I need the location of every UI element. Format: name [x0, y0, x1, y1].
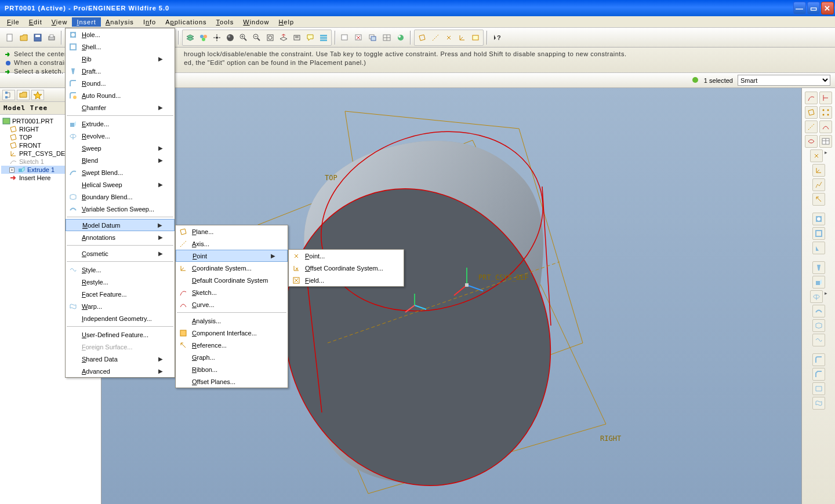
- menu-applications[interactable]: Applications: [161, 17, 211, 27]
- expand-icon[interactable]: +: [9, 167, 14, 173]
- csys-tool-icon[interactable]: [812, 164, 825, 177]
- folder-browser-tab[interactable]: [17, 90, 30, 100]
- insert-item-boundary-blend[interactable]: Boundary Blend...: [66, 191, 175, 203]
- datum-item-reference[interactable]: Reference...: [176, 339, 288, 351]
- style-tool-icon[interactable]: [812, 334, 825, 346]
- insert-item-restyle[interactable]: Restyle...: [66, 276, 175, 288]
- datum-axis-tool-icon[interactable]: [805, 120, 818, 133]
- table-tool-icon[interactable]: [819, 135, 832, 148]
- window-close-icon[interactable]: [353, 31, 365, 44]
- insert-item-blend[interactable]: Blend▶: [66, 154, 175, 166]
- menu-insert[interactable]: Insert: [72, 17, 101, 27]
- annotation-display-icon[interactable]: [469, 31, 482, 44]
- annotations-toggle-icon[interactable]: [304, 31, 317, 44]
- help-icon[interactable]: ?: [491, 31, 503, 44]
- sketch-tool-icon[interactable]: [805, 92, 818, 104]
- insert-item-cosmetic[interactable]: Cosmetic▶: [66, 247, 175, 260]
- insert-item-facet-feature[interactable]: Facet Feature...: [66, 288, 175, 300]
- chamfer-tool-icon[interactable]: [812, 368, 825, 381]
- datum-item-sketch[interactable]: Sketch...: [176, 286, 288, 298]
- csys-display-icon[interactable]: [456, 31, 469, 44]
- insert-item-warp[interactable]: Warp...: [66, 300, 175, 312]
- selection-filter-dropdown[interactable]: Smart: [738, 75, 830, 86]
- point-item-offset-coordinate-system[interactable]: Offset Coordinate System...: [289, 262, 404, 274]
- insert-item-revolve[interactable]: Revolve...: [66, 130, 175, 142]
- new-icon[interactable]: [3, 31, 16, 44]
- insert-item-draft[interactable]: Draft...: [66, 65, 175, 77]
- menu-view[interactable]: View: [47, 17, 72, 27]
- window-activate-icon[interactable]: [366, 31, 379, 44]
- close-button[interactable]: ✕: [821, 2, 834, 14]
- zoom-in-icon[interactable]: [237, 31, 250, 44]
- extrude-tool-icon[interactable]: [812, 276, 825, 288]
- layer-tree-icon[interactable]: [317, 31, 330, 44]
- hole-tool-icon[interactable]: [812, 213, 825, 225]
- view-manager-icon[interactable]: [197, 31, 210, 44]
- window-new-icon[interactable]: [339, 31, 351, 44]
- menu-analysis[interactable]: Analysis: [101, 17, 139, 27]
- round-tool-icon[interactable]: [812, 353, 825, 366]
- model-tree-tab[interactable]: [2, 90, 15, 100]
- datum-point-tool-icon[interactable]: [810, 149, 823, 162]
- reorient-icon[interactable]: [277, 31, 290, 44]
- point-item-field[interactable]: Field...: [289, 274, 404, 286]
- pattern-tool-icon[interactable]: [819, 106, 832, 119]
- datum-item-component-interface[interactable]: Component Interface...: [176, 327, 288, 339]
- menu-info[interactable]: Info: [139, 17, 161, 27]
- datum-item-curve[interactable]: Curve...: [176, 298, 288, 311]
- datum-item-graph[interactable]: Graph...: [176, 351, 288, 363]
- insert-item-variable-section-sweep[interactable]: Variable Section Sweep...: [66, 203, 175, 215]
- shell-tool-icon[interactable]: [812, 227, 825, 240]
- insert-item-model-datum[interactable]: Model Datum▶: [66, 219, 175, 231]
- insert-item-extrude[interactable]: Extrude...: [66, 118, 175, 130]
- datum-curve-tool-icon[interactable]: [805, 135, 818, 148]
- point-display-icon[interactable]: [442, 31, 455, 44]
- menu-help[interactable]: Help: [274, 17, 299, 27]
- favorites-tab[interactable]: [31, 90, 44, 100]
- insert-item-auto-round[interactable]: Auto Round...: [66, 89, 175, 101]
- insert-item-chamfer[interactable]: Chamfer▶: [66, 101, 175, 114]
- datum-item-default-coordinate-system[interactable]: Default Coordinate System: [176, 274, 288, 286]
- insert-item-advanced[interactable]: Advanced▶: [66, 365, 175, 377]
- minimize-button[interactable]: —: [793, 2, 806, 14]
- appearance-icon[interactable]: [394, 31, 407, 44]
- insert-item-sweep[interactable]: Sweep▶: [66, 142, 175, 154]
- insert-item-independent-geometry[interactable]: Independent Geometry...: [66, 312, 175, 324]
- save-icon[interactable]: [31, 31, 44, 44]
- maximize-button[interactable]: ▭: [807, 2, 820, 14]
- layers-icon[interactable]: [184, 31, 197, 44]
- analysis-tool-icon[interactable]: [812, 178, 825, 191]
- blend-tool-icon[interactable]: [812, 382, 825, 395]
- insert-item-helical-sweep[interactable]: Helical Sweep▶: [66, 178, 175, 191]
- rib-tool-icon[interactable]: [812, 242, 825, 254]
- datum-item-point[interactable]: Point▶: [176, 250, 288, 262]
- insert-item-hole[interactable]: Hole...: [66, 28, 175, 41]
- plane-display-icon[interactable]: [416, 31, 429, 44]
- shading-icon[interactable]: [224, 31, 237, 44]
- insert-item-round[interactable]: Round...: [66, 77, 175, 89]
- point-item-point[interactable]: Point...: [289, 250, 404, 262]
- vss-tool-icon[interactable]: [812, 305, 825, 317]
- open-icon[interactable]: [17, 31, 30, 44]
- menu-window[interactable]: Window: [238, 17, 274, 27]
- draft-tool-icon[interactable]: [812, 261, 825, 274]
- insert-item-swept-blend[interactable]: Swept Blend...: [66, 166, 175, 178]
- boundary-tool-icon[interactable]: [812, 319, 825, 332]
- print-icon[interactable]: [45, 31, 58, 44]
- datum-item-coordinate-system[interactable]: Coordinate System...: [176, 262, 288, 274]
- datum-plane-tool-icon[interactable]: [805, 106, 818, 119]
- insert-item-shared-data[interactable]: Shared Data▶: [66, 353, 175, 365]
- insert-item-user-defined-feature[interactable]: User-Defined Feature...: [66, 328, 175, 341]
- insert-item-rib[interactable]: Rib▶: [66, 53, 175, 65]
- reference-tool-icon[interactable]: [812, 193, 825, 206]
- datum-item-plane[interactable]: Plane...: [176, 225, 288, 238]
- datum-item-axis[interactable]: Axis...: [176, 238, 288, 250]
- datum-item-analysis[interactable]: Analysis...: [176, 315, 288, 327]
- spin-center-icon[interactable]: [210, 31, 223, 44]
- menu-file[interactable]: File: [2, 17, 24, 27]
- saved-views-icon[interactable]: [291, 31, 303, 44]
- insert-item-annotations[interactable]: Annotations▶: [66, 231, 175, 243]
- datum-item-offset-planes[interactable]: Offset Planes...: [176, 375, 288, 388]
- insert-item-shell[interactable]: Shell...: [66, 41, 175, 53]
- insert-item-style[interactable]: Style...: [66, 264, 175, 276]
